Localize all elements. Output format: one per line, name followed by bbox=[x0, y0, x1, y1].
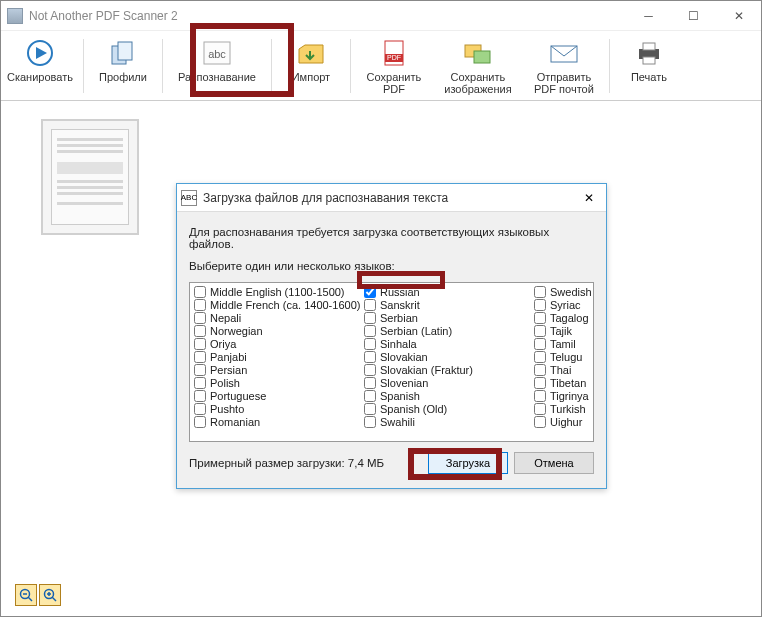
language-option[interactable]: Tigrinya bbox=[532, 389, 594, 402]
language-label: Spanish (Old) bbox=[380, 403, 447, 415]
language-option[interactable]: Oriya bbox=[192, 337, 362, 350]
language-option[interactable]: Panjabi bbox=[192, 350, 362, 363]
print-button[interactable]: Печать bbox=[614, 37, 684, 83]
language-option[interactable]: Norwegian bbox=[192, 324, 362, 337]
language-checkbox[interactable] bbox=[194, 312, 206, 324]
language-checkbox[interactable] bbox=[364, 364, 376, 376]
language-checkbox[interactable] bbox=[364, 377, 376, 389]
language-checkbox[interactable] bbox=[534, 377, 546, 389]
zoom-in-button[interactable] bbox=[39, 584, 61, 606]
language-option[interactable]: Middle English (1100-1500) bbox=[192, 285, 362, 298]
language-option[interactable]: Slovakian (Fraktur) bbox=[362, 363, 532, 376]
window-titlebar: Not Another PDF Scanner 2 ─ ☐ ✕ bbox=[1, 1, 761, 31]
language-option[interactable]: Slovenian bbox=[362, 376, 532, 389]
zoom-out-button[interactable] bbox=[15, 584, 37, 606]
language-checkbox[interactable] bbox=[534, 351, 546, 363]
language-option[interactable]: Persian bbox=[192, 363, 362, 376]
send-pdf-button[interactable]: Отправить PDF почтой bbox=[523, 37, 605, 95]
language-label: Swedish bbox=[550, 286, 592, 298]
language-option[interactable]: Polish bbox=[192, 376, 362, 389]
svg-line-16 bbox=[28, 597, 32, 601]
language-checkbox[interactable] bbox=[194, 351, 206, 363]
svg-marker-1 bbox=[36, 47, 47, 59]
language-checkbox[interactable] bbox=[364, 416, 376, 428]
language-checkbox[interactable] bbox=[194, 390, 206, 402]
language-label: Slovakian (Fraktur) bbox=[380, 364, 473, 376]
language-checkbox[interactable] bbox=[534, 338, 546, 350]
language-option[interactable]: Turkish bbox=[532, 402, 594, 415]
language-checkbox[interactable] bbox=[534, 390, 546, 402]
language-option[interactable]: Swedish bbox=[532, 285, 594, 298]
language-checkbox[interactable] bbox=[194, 299, 206, 311]
language-option[interactable]: Tagalog bbox=[532, 311, 594, 324]
language-option[interactable]: Tajik bbox=[532, 324, 594, 337]
language-option[interactable]: Sanskrit bbox=[362, 298, 532, 311]
language-option[interactable]: Tamil bbox=[532, 337, 594, 350]
language-option[interactable]: Serbian (Latin) bbox=[362, 324, 532, 337]
language-option[interactable]: Swahili bbox=[362, 415, 532, 428]
language-option[interactable]: Telugu bbox=[532, 350, 594, 363]
language-column: RussianSanskritSerbianSerbian (Latin)Sin… bbox=[362, 285, 532, 428]
language-label: Romanian bbox=[210, 416, 260, 428]
language-option[interactable]: Spanish bbox=[362, 389, 532, 402]
language-option[interactable]: Serbian bbox=[362, 311, 532, 324]
language-checkbox[interactable] bbox=[364, 299, 376, 311]
language-option[interactable]: Pushto bbox=[192, 402, 362, 415]
language-label: Tigrinya bbox=[550, 390, 589, 402]
language-checkbox[interactable] bbox=[364, 390, 376, 402]
language-option[interactable]: Syriac bbox=[532, 298, 594, 311]
language-checkbox[interactable] bbox=[364, 325, 376, 337]
language-list[interactable]: Middle English (1100-1500)Middle French … bbox=[189, 282, 594, 442]
toolbar-label: Сохранить изображения bbox=[444, 71, 511, 95]
minimize-button[interactable]: ─ bbox=[626, 1, 671, 31]
language-label: Polish bbox=[210, 377, 240, 389]
workspace: ABC Загрузка файлов для распознавания те… bbox=[1, 101, 761, 616]
language-option[interactable]: Uighur bbox=[532, 415, 594, 428]
dialog-title: Загрузка файлов для распознавания текста bbox=[203, 191, 576, 205]
language-option[interactable]: Spanish (Old) bbox=[362, 402, 532, 415]
language-label: Tibetan bbox=[550, 377, 586, 389]
cancel-button[interactable]: Отмена bbox=[514, 452, 594, 474]
scan-button[interactable]: Сканировать bbox=[1, 37, 79, 83]
download-size-label: Примерный размер загрузки: 7,4 МБ bbox=[189, 457, 384, 469]
language-checkbox[interactable] bbox=[194, 377, 206, 389]
close-button[interactable]: ✕ bbox=[716, 1, 761, 31]
profiles-button[interactable]: Профили bbox=[88, 37, 158, 83]
language-checkbox[interactable] bbox=[534, 325, 546, 337]
language-option[interactable]: Tibetan bbox=[532, 376, 594, 389]
language-checkbox[interactable] bbox=[534, 286, 546, 298]
language-checkbox[interactable] bbox=[194, 364, 206, 376]
language-option[interactable]: Nepali bbox=[192, 311, 362, 324]
language-option[interactable]: Romanian bbox=[192, 415, 362, 428]
images-icon bbox=[458, 37, 498, 69]
language-checkbox[interactable] bbox=[194, 416, 206, 428]
language-option[interactable]: Thai bbox=[532, 363, 594, 376]
dialog-close-button[interactable]: ✕ bbox=[576, 191, 602, 205]
language-checkbox[interactable] bbox=[364, 312, 376, 324]
language-checkbox[interactable] bbox=[364, 338, 376, 350]
language-checkbox[interactable] bbox=[534, 364, 546, 376]
language-option[interactable]: Portuguese bbox=[192, 389, 362, 402]
save-images-button[interactable]: Сохранить изображения bbox=[433, 37, 523, 95]
toolbar-label: Печать bbox=[631, 71, 667, 83]
maximize-button[interactable]: ☐ bbox=[671, 1, 716, 31]
language-checkbox[interactable] bbox=[194, 286, 206, 298]
language-checkbox[interactable] bbox=[534, 299, 546, 311]
language-checkbox[interactable] bbox=[194, 338, 206, 350]
language-checkbox[interactable] bbox=[364, 403, 376, 415]
save-pdf-button[interactable]: PDF Сохранить PDF bbox=[355, 37, 433, 95]
svg-rect-13 bbox=[643, 43, 655, 50]
language-checkbox[interactable] bbox=[364, 351, 376, 363]
svg-line-19 bbox=[52, 597, 56, 601]
language-checkbox[interactable] bbox=[194, 403, 206, 415]
language-checkbox[interactable] bbox=[534, 416, 546, 428]
language-checkbox[interactable] bbox=[534, 403, 546, 415]
import-icon bbox=[291, 37, 331, 69]
language-option[interactable]: Slovakian bbox=[362, 350, 532, 363]
language-option[interactable]: Sinhala bbox=[362, 337, 532, 350]
language-checkbox[interactable] bbox=[194, 325, 206, 337]
language-label: Persian bbox=[210, 364, 247, 376]
language-checkbox[interactable] bbox=[534, 312, 546, 324]
page-thumbnail[interactable] bbox=[41, 119, 139, 235]
language-option[interactable]: Middle French (ca. 1400-1600) bbox=[192, 298, 362, 311]
